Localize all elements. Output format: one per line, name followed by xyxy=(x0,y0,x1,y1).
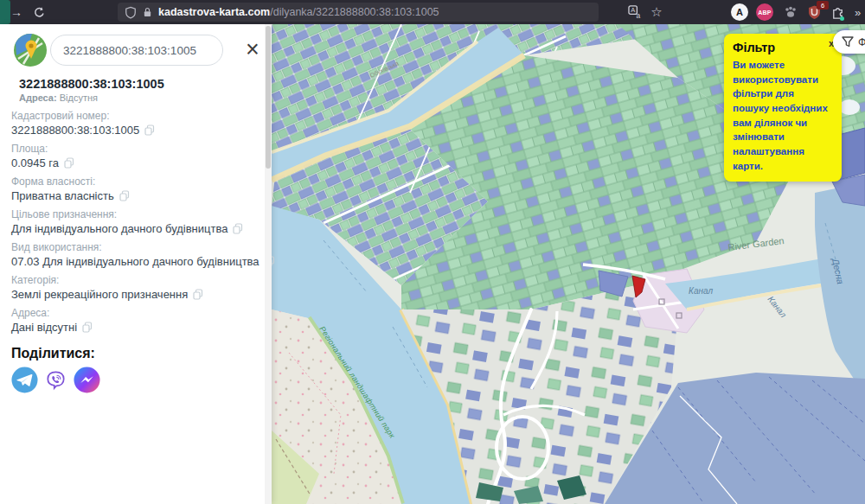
extension-a-button[interactable]: A xyxy=(731,3,748,21)
sidebar-scrollbar-thumb[interactable] xyxy=(266,26,271,169)
parcel-title: 3221888800:38:103:1005 xyxy=(19,77,164,91)
paw-extension-button[interactable] xyxy=(782,3,799,21)
overflow-menu-button[interactable]: » xyxy=(850,0,864,24)
sidebar-scrollbar[interactable] xyxy=(265,24,272,504)
tooltip-title: Фільтр xyxy=(733,41,833,54)
url-domain: kadastrova-karta.com xyxy=(158,6,270,18)
translate-icon: A a xyxy=(628,5,643,19)
field-use-type: Вид використання: 07.03 Для індивідуальн… xyxy=(11,241,267,268)
filter-tooltip: x Фільтр Ви можете використовувати фільт… xyxy=(724,34,842,182)
page: { "browser": { "url": { "domain": "kadas… xyxy=(0,0,865,504)
parcel-subtitle-value: Відсутня xyxy=(60,93,98,103)
ublock-badge: 6 xyxy=(817,1,829,10)
field-value: Приватна власність xyxy=(11,189,114,202)
field-ownership: Форма власності: Приватна власність xyxy=(11,175,267,202)
cadastral-map[interactable]: Обухівська River Garden Канал Канал Десн… xyxy=(272,24,865,504)
field-value: 07.03 Для індивідуального дачного будівн… xyxy=(11,255,260,268)
adblock-plus-button[interactable]: ABP xyxy=(756,3,773,21)
parcel-subtitle: Адреса: Відсутня xyxy=(19,93,98,103)
copy-icon[interactable] xyxy=(233,223,243,234)
url-bar[interactable]: kadastrova-karta.com/dilyanka/3221888800… xyxy=(118,3,599,22)
field-cadastral-number: Кадастровий номер: 3221888800:38:103:100… xyxy=(11,110,267,137)
funnel-icon xyxy=(842,36,854,48)
copy-icon[interactable] xyxy=(119,190,130,201)
messenger-share-button[interactable] xyxy=(74,367,100,393)
filter-button[interactable]: Ф xyxy=(833,30,865,54)
translate-button[interactable]: A a xyxy=(625,0,645,24)
cadastral-search-input[interactable] xyxy=(50,35,223,66)
field-label: Цільове призначення: xyxy=(11,208,267,220)
url-text: kadastrova-karta.com/dilyanka/3221888800… xyxy=(158,6,439,18)
field-label: Форма власності: xyxy=(11,175,267,188)
share-heading: Поділитися: xyxy=(11,346,95,361)
field-value: 3221888800:38:103:1005 xyxy=(11,124,139,137)
site-logo[interactable] xyxy=(13,33,48,67)
field-address: Адреса: Дані відсутні xyxy=(11,307,267,334)
viber-share-button[interactable] xyxy=(42,367,69,393)
lock-icon xyxy=(142,6,153,18)
copy-icon[interactable] xyxy=(144,124,155,136)
reload-button[interactable] xyxy=(29,0,48,24)
telegram-share-button[interactable] xyxy=(11,367,38,393)
reload-icon xyxy=(33,6,46,19)
extension-notification-dot xyxy=(840,16,844,21)
field-value: Землі рекреаційного призначення xyxy=(11,288,188,301)
filter-button-label: Ф xyxy=(858,36,865,48)
url-path: /dilyanka/3221888800:38:103:1005 xyxy=(270,6,439,18)
copy-icon[interactable] xyxy=(193,289,203,300)
field-label: Вид використання: xyxy=(11,241,267,253)
panel-close-button[interactable]: × xyxy=(241,36,264,62)
paw-icon xyxy=(783,4,798,20)
bookmark-star-button[interactable]: ☆ xyxy=(647,0,666,24)
parcel-info-panel: × 3221888800:38:103:1005 Адреса: Відсутн… xyxy=(0,24,272,504)
field-label: Площа: xyxy=(11,143,267,155)
forward-button[interactable]: → xyxy=(7,0,26,24)
field-value: 0.0945 га xyxy=(11,156,59,169)
field-label: Категорія: xyxy=(11,274,267,286)
svg-text:A: A xyxy=(631,6,635,14)
parcel-subtitle-label: Адреса: xyxy=(19,93,57,103)
canal-label-1: Канал xyxy=(689,286,713,296)
tooltip-body: Ви можете використовувати фільтри для по… xyxy=(733,58,833,173)
field-label: Адреса: xyxy=(11,307,267,319)
copy-icon[interactable] xyxy=(64,157,74,169)
svg-text:a: a xyxy=(636,11,640,19)
field-area: Площа: 0.0945 га xyxy=(11,143,267,169)
field-purpose: Цільове призначення: Для індивідуального… xyxy=(11,208,267,235)
field-label: Кадастровий номер: xyxy=(11,110,267,122)
share-buttons xyxy=(11,367,100,393)
tracking-shield-icon[interactable] xyxy=(125,6,137,19)
field-value: Дані відсутні xyxy=(11,321,77,334)
browser-toolbar: → kadastrova-karta.com/dilyanka/32218888… xyxy=(0,0,865,24)
parcel-fields: Кадастровий номер: 3221888800:38:103:100… xyxy=(11,110,267,340)
field-value: Для індивідуального дачного будівництва xyxy=(11,222,227,235)
copy-icon[interactable] xyxy=(82,322,93,333)
field-category: Категорія: Землі рекреаційного призначен… xyxy=(11,274,267,301)
